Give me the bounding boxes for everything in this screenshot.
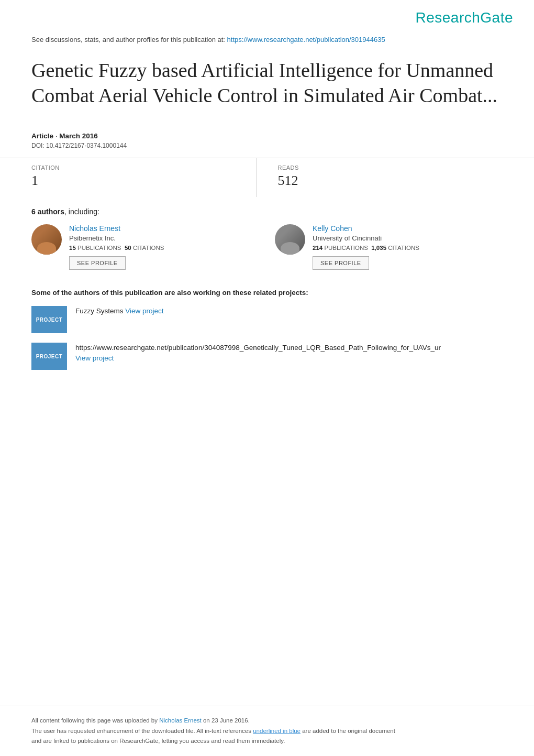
author-affiliation-1: Psibernetix Inc. [69, 234, 164, 242]
header: ResearchGate [0, 0, 534, 31]
author-affiliation-2: University of Cincinnati [313, 234, 419, 242]
authors-section: 6 authors, including: Nicholas Ernest Ps… [0, 197, 534, 275]
footer: All content following this page was uplo… [0, 706, 534, 756]
reads-stat: READS 512 [257, 158, 503, 197]
stats-row: CITATION 1 READS 512 [0, 158, 534, 197]
related-section: Some of the authors of this publication … [0, 275, 534, 385]
article-info: Article · March 2016 DOI: 10.4172/2167-0… [0, 124, 534, 149]
author-info-2: Kelly Cohen University of Cincinnati 214… [313, 224, 419, 270]
author-name-2[interactable]: Kelly Cohen [313, 224, 419, 233]
author-card-1: Nicholas Ernest Psibernetix Inc. 15 PUBL… [31, 224, 259, 270]
doi: DOI: 10.4172/2167-0374.1000144 [31, 142, 503, 149]
publication-link[interactable]: https://www.researchgate.net/publication… [227, 36, 385, 43]
authors-heading: 6 authors, including: [31, 207, 503, 216]
reads-value: 512 [278, 173, 503, 189]
footer-line-1: All content following this page was uplo… [31, 716, 503, 726]
related-heading: Some of the authors of this publication … [31, 289, 503, 297]
paper-title: Genetic Fuzzy based Artificial Intellige… [31, 58, 503, 108]
authors-count: 6 authors [31, 207, 64, 216]
authors-heading-suffix: , including: [64, 207, 99, 216]
top-link-section: See discussions, stats, and author profi… [0, 31, 534, 53]
reads-label: READS [278, 165, 503, 171]
author-info-1: Nicholas Ernest Psibernetix Inc. 15 PUBL… [69, 224, 164, 270]
project-thumbnail-2: Project [31, 343, 67, 370]
see-profile-button-2[interactable]: SEE PROFILE [313, 256, 369, 270]
project-text-2: https://www.researchgate.net/publication… [75, 343, 441, 364]
author-name-1[interactable]: Nicholas Ernest [69, 224, 164, 233]
project-2-link[interactable]: View project [75, 354, 114, 362]
project-item-2: Project https://www.researchgate.net/pub… [31, 343, 503, 370]
authors-grid: Nicholas Ernest Psibernetix Inc. 15 PUBL… [31, 224, 503, 270]
footer-highlight: underlined in blue [253, 728, 301, 734]
avatar-nicholas [31, 224, 62, 255]
footer-suffix-1: on 23 June 2016. [202, 717, 250, 724]
project-1-link[interactable]: View project [125, 307, 163, 315]
footer-author-link[interactable]: Nicholas Ernest [159, 717, 202, 724]
top-link-prefix: See discussions, stats, and author profi… [31, 36, 227, 43]
author-card-2: Kelly Cohen University of Cincinnati 214… [275, 224, 503, 270]
author-stats-1: 15 PUBLICATIONS 50 CITATIONS [69, 245, 164, 251]
title-section: Genetic Fuzzy based Artificial Intellige… [0, 53, 534, 124]
citation-label: CITATION [31, 165, 257, 171]
project-1-prefix: Fuzzy Systems [75, 307, 125, 315]
footer-prefix-2: The user has requested enhancement of th… [31, 728, 253, 734]
see-profile-button-1[interactable]: SEE PROFILE [69, 256, 126, 270]
avatar-kelly [275, 224, 305, 255]
footer-prefix-1: All content following this page was uplo… [31, 717, 159, 724]
footer-line-2: The user has requested enhancement of th… [31, 726, 503, 737]
article-type: Article · March 2016 [31, 132, 503, 140]
citation-value: 1 [31, 173, 257, 189]
brand-logo: ResearchGate [415, 9, 513, 26]
footer-suffix-2: are added to the original document [301, 728, 395, 734]
project-item-1: Project Fuzzy Systems View project [31, 306, 503, 333]
footer-line-3: and are linked to publications on Resear… [31, 736, 503, 747]
project-text-1: Fuzzy Systems View project [75, 306, 164, 316]
project-thumbnail-1: Project [31, 306, 67, 333]
citation-stat: CITATION 1 [31, 158, 257, 197]
project-2-prefix: https://www.researchgate.net/publication… [75, 344, 441, 352]
author-stats-2: 214 PUBLICATIONS 1,035 CITATIONS [313, 245, 419, 251]
